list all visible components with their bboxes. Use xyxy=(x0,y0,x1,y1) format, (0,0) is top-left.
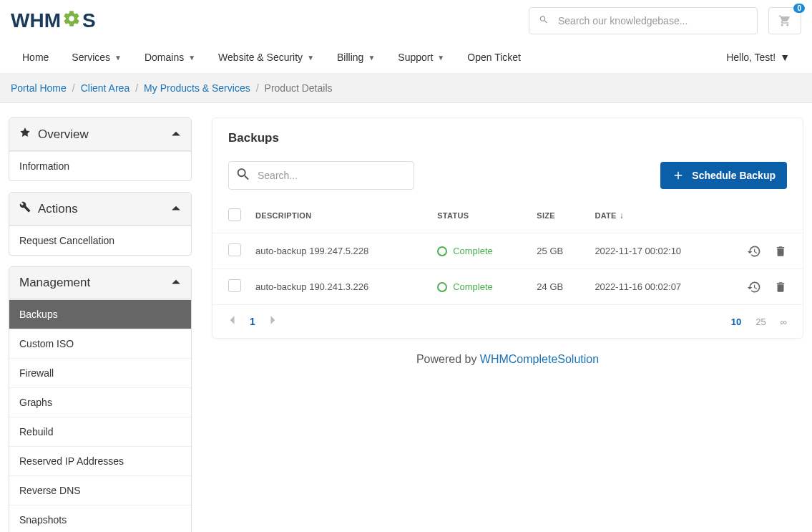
cell-status: Complete xyxy=(437,281,522,292)
sidebar-item-graphs[interactable]: Graphs xyxy=(9,387,191,417)
next-page[interactable] xyxy=(270,315,277,328)
prev-page[interactable] xyxy=(228,315,235,328)
panel-header-overview[interactable]: Overview xyxy=(9,118,191,151)
sidebar-item-custom-iso[interactable]: Custom ISO xyxy=(9,329,191,358)
sidebar-item-request-cancellation[interactable]: Request Cancellation xyxy=(9,226,191,255)
nav-label: Open Ticket xyxy=(467,52,521,63)
panel-title: Actions xyxy=(38,202,78,216)
row-checkbox[interactable] xyxy=(228,243,241,256)
breadcrumb-separator: / xyxy=(72,82,75,94)
cell-description: auto-backup 199.247.5.228 xyxy=(248,233,430,269)
chevron-up-icon xyxy=(171,127,181,142)
user-menu[interactable]: Hello, Test! ▼ xyxy=(715,42,801,73)
trash-icon[interactable] xyxy=(774,281,787,294)
logo-text-right: S xyxy=(82,9,96,32)
current-page[interactable]: 1 xyxy=(250,316,255,327)
select-all-checkbox[interactable] xyxy=(228,208,241,221)
nav-label: Domains xyxy=(145,52,184,63)
knowledgebase-search xyxy=(529,7,758,34)
footer: Powered by WHMCompleteSolution xyxy=(212,339,803,380)
knowledgebase-search-input[interactable] xyxy=(529,7,758,34)
page-size-10[interactable]: 10 xyxy=(731,316,741,327)
nav-label: Billing xyxy=(337,52,363,63)
chevron-down-icon: ▼ xyxy=(780,52,790,63)
sidebar-item-reverse-dns[interactable]: Reverse DNS xyxy=(9,475,191,505)
nav-label: Support xyxy=(398,52,433,63)
trash-icon[interactable] xyxy=(774,245,787,258)
sidebar-item-rebuild[interactable]: Rebuild xyxy=(9,417,191,446)
restore-icon[interactable] xyxy=(747,244,761,258)
table-row: auto-backup 199.247.5.228Complete25 GB20… xyxy=(212,233,803,269)
nav-services[interactable]: Services▼ xyxy=(60,42,133,73)
breadcrumb: Portal Home/Client Area/My Products & Se… xyxy=(0,74,812,103)
schedule-backup-button[interactable]: Schedule Backup xyxy=(660,162,787,189)
chevron-up-icon xyxy=(171,276,181,290)
nav-open-ticket[interactable]: Open Ticket xyxy=(456,42,532,73)
sidebar-item-reserved-ip-addresses[interactable]: Reserved IP Addresses xyxy=(9,446,191,475)
breadcrumb-link[interactable]: Client Area xyxy=(81,82,129,94)
footer-link[interactable]: WHMCompleteSolution xyxy=(480,353,599,365)
page-size-25[interactable]: 25 xyxy=(755,316,765,327)
star-icon xyxy=(19,127,31,142)
breadcrumb-separator: / xyxy=(256,82,259,94)
chevron-down-icon: ▼ xyxy=(307,54,314,62)
chevron-down-icon: ▼ xyxy=(437,54,444,62)
sidebar-item-backups[interactable]: Backups xyxy=(9,299,191,329)
panel-title: Management xyxy=(19,276,90,290)
nav-website-security[interactable]: Website & Security▼ xyxy=(207,42,326,73)
row-checkbox[interactable] xyxy=(228,279,241,292)
nav-domains[interactable]: Domains▼ xyxy=(133,42,207,73)
nav-billing[interactable]: Billing▼ xyxy=(326,42,386,73)
chevron-down-icon: ▼ xyxy=(114,54,122,62)
sort-arrow-icon: ↓ xyxy=(620,211,624,221)
table-row: auto-backup 190.241.3.226Complete24 GB20… xyxy=(212,269,803,305)
panel-title: Overview xyxy=(38,127,89,142)
plus-icon xyxy=(672,169,685,182)
column-date[interactable]: DATE↓ xyxy=(587,198,731,233)
nav-label: Services xyxy=(72,52,110,63)
sidebar-item-information[interactable]: Information xyxy=(9,151,191,180)
nav-label: Home xyxy=(22,52,49,63)
cell-size: 24 GB xyxy=(529,269,587,305)
column-description[interactable]: DESCRIPTION xyxy=(248,198,430,233)
cart-icon xyxy=(778,14,791,27)
chevron-up-icon xyxy=(171,202,181,216)
cart-button[interactable]: 0 xyxy=(768,7,801,34)
panel-header-management[interactable]: Management xyxy=(9,267,191,299)
wrench-icon xyxy=(19,201,31,216)
nav-support[interactable]: Support▼ xyxy=(386,42,456,73)
restore-icon[interactable] xyxy=(747,280,761,294)
cell-size: 25 GB xyxy=(529,233,587,269)
cell-description: auto-backup 190.241.3.226 xyxy=(248,269,430,305)
column-size[interactable]: SIZE xyxy=(529,198,587,233)
page-size-∞[interactable]: ∞ xyxy=(781,316,787,327)
status-complete-icon xyxy=(437,246,447,256)
breadcrumb-separator: / xyxy=(135,82,138,94)
column-status[interactable]: STATUS xyxy=(430,198,529,233)
page-title: Backups xyxy=(212,118,803,154)
logo[interactable]: WHM S xyxy=(11,9,96,33)
chevron-down-icon: ▼ xyxy=(368,54,375,62)
gear-icon xyxy=(62,9,81,33)
chevron-down-icon: ▼ xyxy=(188,54,195,62)
table-search-input[interactable] xyxy=(228,161,414,190)
breadcrumb-link[interactable]: Portal Home xyxy=(11,82,67,94)
cell-date: 2022-11-16 00:02:07 xyxy=(587,269,731,305)
schedule-button-label: Schedule Backup xyxy=(692,170,776,181)
search-icon xyxy=(235,167,251,185)
panel-header-actions[interactable]: Actions xyxy=(9,193,191,226)
nav-label: Website & Security xyxy=(218,52,303,63)
breadcrumb-link[interactable]: My Products & Services xyxy=(144,82,250,94)
footer-prefix: Powered by xyxy=(416,353,480,365)
search-icon xyxy=(539,15,549,27)
greeting-text: Hello, Test! xyxy=(726,52,776,63)
logo-text-left: WHM xyxy=(11,9,61,32)
cell-status: Complete xyxy=(437,246,522,256)
status-complete-icon xyxy=(437,282,447,292)
cell-date: 2022-11-17 00:02:10 xyxy=(587,233,731,269)
nav-home[interactable]: Home xyxy=(11,42,60,73)
sidebar-item-snapshots[interactable]: Snapshots xyxy=(9,505,191,532)
breadcrumb-current: Product Details xyxy=(265,82,333,94)
sidebar-item-firewall[interactable]: Firewall xyxy=(9,358,191,387)
cart-badge: 0 xyxy=(793,4,805,13)
